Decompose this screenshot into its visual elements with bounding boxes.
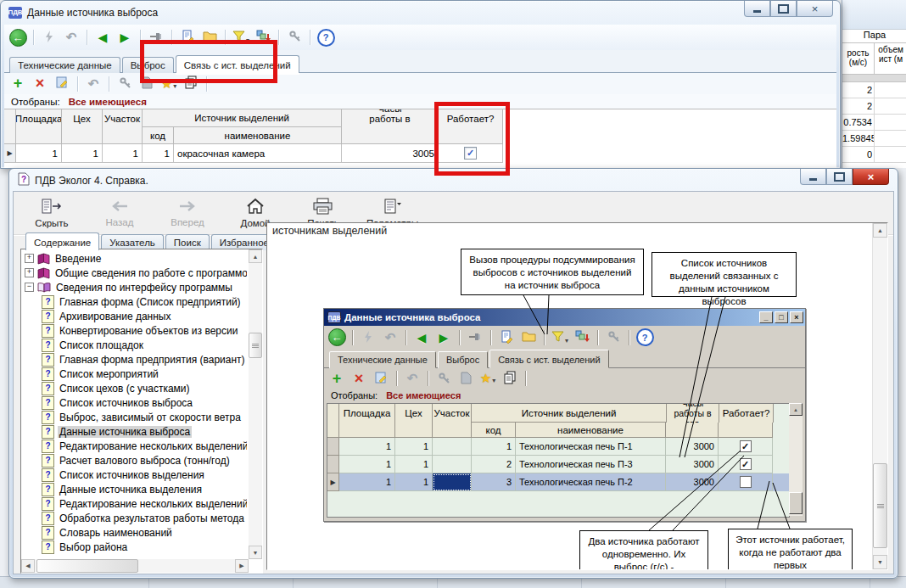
page-button[interactable]: [137, 75, 157, 93]
tree-vertical-scrollbar[interactable]: ▲ ▼: [249, 249, 262, 559]
tree-item[interactable]: −Сведения по интерфейсу программы: [23, 280, 247, 294]
help-minimize-button[interactable]: [800, 169, 826, 185]
tree-horizontal-scrollbar[interactable]: ◀ ▶: [21, 559, 249, 573]
help-button[interactable]: ?: [316, 28, 336, 47]
tree-hscroll-thumb[interactable]: [36, 559, 138, 573]
tree-expander[interactable]: +: [25, 254, 34, 263]
tseh-cell[interactable]: 1: [62, 144, 103, 163]
tab-0[interactable]: Технические данные: [9, 57, 120, 73]
chasy-cell[interactable]: 3005: [342, 144, 439, 163]
copy-button[interactable]: [181, 75, 201, 93]
tree-scroll-right-button[interactable]: ▶: [235, 559, 249, 573]
content-scroll-up-button[interactable]: ▲: [873, 223, 887, 238]
help-button: ?: [635, 328, 655, 347]
tree-item[interactable]: ?Список цехов (с участками): [23, 381, 247, 395]
tree-item[interactable]: ?Конвертирование объектов из версии: [23, 323, 247, 338]
tab-2[interactable]: Связь с ист. выделений: [176, 55, 299, 73]
kod-cell[interactable]: 1: [143, 144, 174, 163]
tree-item[interactable]: ?Редактирование нескольких выделений: [23, 496, 247, 511]
filter-funnel-button[interactable]: ▾: [231, 28, 251, 47]
checkbox-checked: ✓: [740, 458, 752, 470]
tree-item[interactable]: ?Редактирование нескольких выделений: [23, 439, 247, 453]
col-kod[interactable]: код: [143, 127, 174, 144]
tree-scroll-thumb[interactable]: [249, 333, 262, 358]
tab-0[interactable]: Содержание: [25, 232, 99, 250]
tree-item[interactable]: ?Обработка результатов работы метода: [23, 511, 247, 525]
prev-button[interactable]: ◀: [92, 28, 113, 47]
tab-1[interactable]: Выброс: [122, 57, 174, 73]
content-scroll-thumb[interactable]: [873, 463, 887, 548]
next-button[interactable]: ▶: [115, 28, 135, 47]
checkbox-checked[interactable]: ✓: [464, 147, 477, 160]
star-button[interactable]: ★▾: [159, 75, 179, 93]
col-tseh[interactable]: Цех: [62, 109, 103, 127]
tools-button[interactable]: [284, 28, 305, 47]
tree-scroll-up-button[interactable]: ▲: [249, 249, 262, 263]
tree-expander[interactable]: −: [25, 283, 34, 292]
tree-item-label: Список мероприятий: [58, 368, 160, 380]
tree-item[interactable]: ?Выбор района: [23, 540, 247, 554]
tree-scroll-down-button[interactable]: ▼: [249, 546, 262, 559]
naimenovanie-cell[interactable]: окрасочная камера: [174, 144, 342, 163]
back-circle-button[interactable]: ←: [8, 28, 28, 47]
content-vertical-scrollbar[interactable]: ▲ ▼: [872, 223, 887, 569]
tree-item[interactable]: ?Данные источника выброса: [23, 424, 247, 439]
edit-doc-button[interactable]: [177, 28, 198, 47]
col-istochnik[interactable]: Источник выделений: [143, 109, 342, 127]
col-ploshchadka[interactable]: Площадка: [16, 109, 62, 127]
tree-expander[interactable]: +: [25, 268, 34, 277]
tree-item[interactable]: ?Выброс, зависимый от скорости ветра: [23, 410, 247, 424]
edit-cell-button[interactable]: [52, 75, 72, 93]
content-scroll-down-button[interactable]: ▼: [873, 555, 887, 569]
rabotaet-cell[interactable]: ✓: [439, 144, 503, 163]
minimize-button[interactable]: [744, 1, 770, 17]
toolbar-separator: [171, 30, 172, 45]
table-row[interactable]: ▶1111окрасочная камера3005✓: [4, 144, 836, 163]
emb-col-tseh: Цех: [395, 404, 433, 423]
uchastok-cell[interactable]: 1: [103, 144, 143, 163]
col-uchastok[interactable]: Участок: [103, 109, 143, 127]
sum-transfer-button[interactable]: [253, 28, 273, 47]
ploshchadka-cell[interactable]: 1: [16, 144, 62, 163]
tree-scroll-left-button[interactable]: ◀: [21, 559, 35, 573]
tree-item[interactable]: ?Данные источника выделения: [23, 482, 247, 496]
tree-item[interactable]: +Введение: [23, 251, 247, 266]
tree-item-label: Конвертирование объектов из версии: [58, 325, 239, 337]
embedded-titlebar: ПДВ Данные источника выброса _ □ ×: [324, 309, 805, 326]
delete-button[interactable]: ×: [30, 75, 50, 93]
tree-item[interactable]: ?Словарь наименований: [23, 525, 247, 540]
pin-button[interactable]: [146, 28, 166, 47]
tree-item[interactable]: ?Список источников выделения: [23, 468, 247, 482]
col-naimenovanie[interactable]: наименование: [174, 127, 342, 144]
tree-item[interactable]: ?Список мероприятий: [23, 367, 247, 381]
tree-item[interactable]: +Общие сведения по работе с программой: [23, 266, 247, 280]
undo-button[interactable]: ↶: [83, 75, 103, 93]
sum-transfer-icon: [256, 30, 271, 46]
open-folder-icon: [203, 30, 217, 45]
col-chasy[interactable]: Часы работы в год: [342, 109, 439, 127]
close-button[interactable]: ×: [797, 1, 833, 17]
next-icon: ▶: [439, 331, 449, 344]
filter-funnel-icon: ▾: [232, 30, 249, 45]
add-button[interactable]: +: [8, 75, 28, 93]
col-rabotaet[interactable]: Работает?: [439, 109, 503, 127]
tree-item[interactable]: ?Расчет валового выброса (тонн/год): [23, 453, 247, 468]
tree-item[interactable]: ?Список источников выброса: [23, 395, 247, 410]
emission-window-titlebar[interactable]: ПДВ Данные источника выброса: [1, 1, 840, 24]
help-close-button[interactable]: ×: [853, 169, 889, 185]
tree-item[interactable]: ?Главная форма предприятия (вариант): [23, 352, 247, 367]
undo-button[interactable]: ↶: [61, 28, 81, 47]
tree-item[interactable]: ?Архивирование данных: [23, 309, 247, 323]
help-maximize-button[interactable]: [826, 169, 853, 185]
tools-button[interactable]: [115, 75, 135, 93]
bg-value-row: 0.7534: [842, 115, 906, 131]
open-folder-button[interactable]: [199, 28, 220, 47]
maximize-button[interactable]: [770, 1, 797, 17]
embedded-main-toolbar: ←↶◀▶▾?: [324, 326, 805, 349]
tree-item[interactable]: ?Список площадок: [23, 338, 247, 352]
help-toolbar-скрыть[interactable]: Скрыть: [22, 193, 81, 233]
help-toolbar-label: Назад: [106, 217, 134, 227]
lightning-button[interactable]: [39, 28, 59, 47]
tree-item[interactable]: ?Главная форма (Список предприятий): [23, 294, 247, 309]
help-window-titlebar[interactable]: ? ПДВ Эколог 4. Справка.: [9, 169, 898, 192]
